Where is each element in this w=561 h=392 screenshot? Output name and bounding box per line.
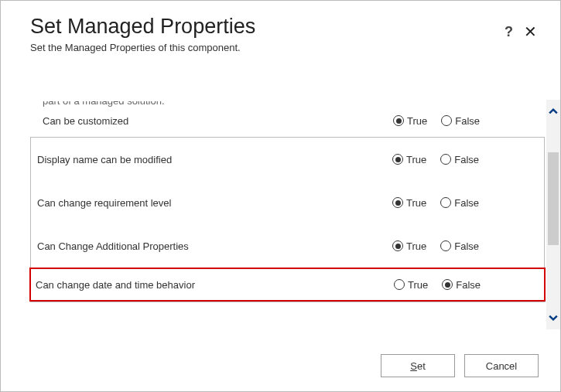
radio-group: TrueFalse <box>392 197 539 209</box>
property-row: Can change requirement levelTrueFalse <box>31 181 544 224</box>
radio-true[interactable]: True <box>394 279 428 291</box>
content-area: part of a managed solution. Can be custo… <box>30 101 545 329</box>
property-label: Can Change Additional Properties <box>37 240 392 252</box>
radio-label-true: True <box>406 154 426 165</box>
set-button-rest: et <box>417 360 426 372</box>
property-label: Display name can be modified <box>37 154 392 165</box>
radio-group: TrueFalse <box>394 279 541 291</box>
dialog-title: Set Managed Properties <box>30 15 539 39</box>
radio-icon <box>392 197 403 208</box>
dialog: Set Managed Properties Set the Managed P… <box>0 0 561 392</box>
radio-icon <box>392 154 403 165</box>
property-label: Can change date and time behavior <box>36 279 394 291</box>
radio-icon <box>440 154 451 165</box>
radio-icon <box>392 240 403 251</box>
set-button[interactable]: Set <box>381 354 455 377</box>
radio-group: TrueFalse <box>392 154 539 165</box>
dialog-header: Set Managed Properties Set the Managed P… <box>1 1 560 58</box>
scroll-up-icon[interactable] <box>546 100 560 123</box>
radio-icon <box>440 197 451 208</box>
radio-icon <box>394 279 405 290</box>
radio-false[interactable]: False <box>440 197 479 209</box>
radio-label-false: False <box>455 115 480 127</box>
truncated-text: part of a managed solution. <box>43 101 545 109</box>
inner-properties-box: Display name can be modifiedTrueFalseCan… <box>30 137 545 302</box>
radio-true[interactable]: True <box>393 115 427 127</box>
scrollbar[interactable] <box>546 100 560 329</box>
radio-true[interactable]: True <box>392 197 426 209</box>
dialog-subtitle: Set the Managed Properties of this compo… <box>30 42 539 53</box>
radio-label-true: True <box>408 279 428 291</box>
radio-label-false: False <box>454 197 479 209</box>
property-row-highlighted: Can change date and time behaviorTrueFal… <box>29 268 546 302</box>
cancel-button[interactable]: Cancel <box>464 354 539 377</box>
radio-group: TrueFalse <box>392 240 539 252</box>
radio-icon <box>440 240 451 251</box>
scrollbar-thumb[interactable] <box>548 152 559 245</box>
property-label: Can be customized <box>43 115 393 127</box>
header-controls: ? ✕ <box>505 24 537 39</box>
radio-true[interactable]: True <box>392 154 426 165</box>
radio-false[interactable]: False <box>440 154 479 165</box>
radio-label-false: False <box>456 279 481 291</box>
dialog-footer: Set Cancel <box>381 354 539 377</box>
radio-false[interactable]: False <box>440 240 479 252</box>
radio-icon <box>442 279 453 290</box>
radio-false[interactable]: False <box>441 115 480 127</box>
property-row: Can Change Additional PropertiesTrueFals… <box>31 224 544 268</box>
radio-false[interactable]: False <box>442 279 481 291</box>
radio-label-true: True <box>407 115 427 127</box>
radio-true[interactable]: True <box>392 240 426 252</box>
property-label: Can change requirement level <box>37 197 392 209</box>
radio-label-false: False <box>454 154 479 165</box>
radio-icon <box>393 115 404 126</box>
radio-group: True False <box>393 115 540 127</box>
property-row-can-be-customized: Can be customized True False <box>30 112 545 129</box>
close-icon[interactable]: ✕ <box>524 24 537 39</box>
radio-label-true: True <box>406 197 426 209</box>
property-row: Display name can be modifiedTrueFalse <box>31 138 544 181</box>
radio-label-false: False <box>454 240 479 252</box>
scroll-down-icon[interactable] <box>546 306 560 329</box>
radio-icon <box>441 115 452 126</box>
help-icon[interactable]: ? <box>505 25 513 39</box>
radio-label-true: True <box>406 240 426 252</box>
